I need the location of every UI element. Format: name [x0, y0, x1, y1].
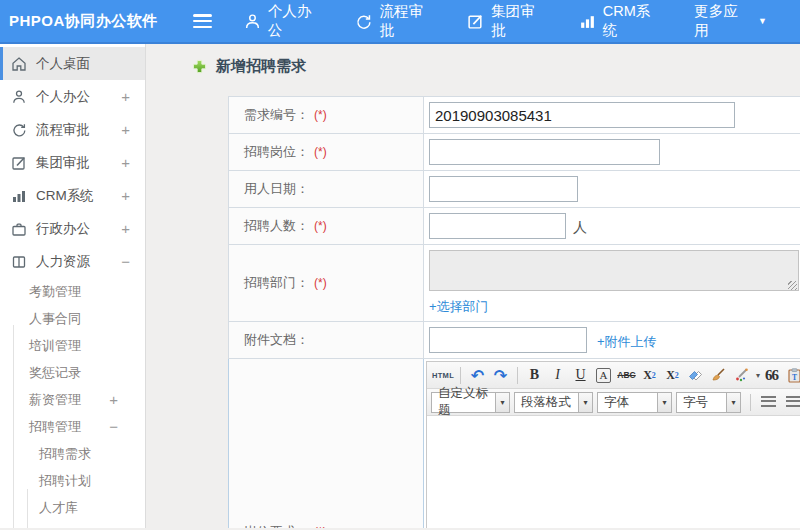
sidebar-item-attendance-mgmt[interactable]: 考勤管理	[0, 278, 145, 305]
nav-label: 更多应用	[694, 2, 749, 40]
sidebar: 个人桌面 个人办公 + 流程审批 + 集团审批 +	[0, 44, 146, 528]
sidebar-item-label: 招聘计划	[39, 472, 91, 490]
required-marker: (*)	[314, 525, 327, 529]
field-label: 招聘人数：	[244, 218, 309, 233]
sidebar-item-workflow-approval[interactable]: 流程审批 +	[0, 113, 145, 146]
align-center-icon[interactable]	[782, 392, 800, 413]
field-value-cell: +附件上传	[424, 322, 800, 359]
edit-icon	[467, 13, 484, 30]
editor-content-area[interactable]	[427, 416, 800, 528]
paste-text-icon[interactable]: T	[784, 365, 800, 386]
superscript-button[interactable]: X2	[639, 365, 660, 386]
toolbar-separator	[750, 394, 751, 411]
recruit-position-input[interactable]	[429, 139, 660, 165]
bold-button[interactable]: B	[524, 365, 545, 386]
book-icon	[11, 254, 27, 270]
field-value-cell: HTML ↶ ↷ B I U A ABC X2 X2	[424, 359, 800, 529]
field-label-cell: 附件文档：	[229, 322, 424, 359]
custom-title-dropdown[interactable]: 自定义标题▾	[431, 392, 510, 413]
blockquote-button[interactable]: 66	[761, 365, 782, 386]
collapse-icon[interactable]: −	[109, 418, 118, 435]
main-content: 新增招聘需求 需求编号：(*) 招聘岗位：(*)	[146, 44, 800, 528]
font-family-dropdown[interactable]: 字体▾	[597, 392, 672, 413]
nav-personal-office[interactable]: 个人办公	[244, 2, 323, 40]
cleanup-brush-icon[interactable]	[708, 365, 729, 386]
eraser-icon[interactable]	[685, 365, 706, 386]
sidebar-item-label: 流程审批	[36, 121, 90, 139]
field-label: 用人日期：	[244, 181, 309, 196]
page-title: 新增招聘需求	[192, 53, 306, 79]
nav-more-apps[interactable]: 更多应用 ▼	[694, 2, 767, 40]
select-department-link[interactable]: +选择部门	[429, 298, 489, 316]
sidebar-item-hr-contract[interactable]: 人事合同	[0, 305, 145, 332]
expand-icon[interactable]: +	[109, 391, 118, 408]
sidebar-item-salary-mgmt[interactable]: 薪资管理 +	[0, 386, 145, 413]
rich-text-editor: HTML ↶ ↷ B I U A ABC X2 X2	[426, 361, 800, 528]
nav-workflow-approval[interactable]: 流程审批	[355, 2, 434, 40]
caret-down-icon[interactable]: ▾	[756, 371, 760, 380]
attachment-upload-link[interactable]: +附件上传	[597, 334, 657, 349]
underline-button[interactable]: U	[570, 365, 591, 386]
expand-icon[interactable]: +	[121, 187, 130, 204]
svg-text:T: T	[792, 372, 797, 381]
sidebar-item-human-resources[interactable]: 人力资源 −	[0, 245, 145, 278]
paragraph-format-dropdown[interactable]: 段落格式▾	[514, 392, 593, 413]
nav-group-approval[interactable]: 集团审批	[467, 2, 546, 40]
resize-handle[interactable]	[788, 281, 797, 290]
expand-icon[interactable]: +	[121, 220, 130, 237]
sidebar-item-personal-office[interactable]: 个人办公 +	[0, 80, 145, 113]
app-logo: PHPOA协同办公软件	[9, 12, 193, 31]
edit-icon	[11, 155, 27, 171]
recruit-department-textarea[interactable]	[429, 250, 799, 291]
home-icon	[11, 56, 27, 72]
caret-down-icon: ▼	[758, 16, 767, 26]
field-value-cell: 人	[424, 208, 800, 245]
field-label-cell: 用人日期：	[229, 171, 424, 208]
border-text-button[interactable]: A	[596, 368, 611, 383]
format-painter-icon[interactable]	[731, 365, 752, 386]
toolbar-separator	[460, 367, 461, 384]
workflow-icon	[11, 122, 27, 138]
expand-icon[interactable]: +	[121, 154, 130, 171]
sidebar-item-reward-records[interactable]: 奖惩记录	[0, 359, 145, 386]
sidebar-item-admin-office[interactable]: 行政办公 +	[0, 212, 145, 245]
nav-crm-system[interactable]: CRM系统	[579, 2, 661, 40]
form-row: 招聘部门：(*) +选择部门	[229, 245, 800, 322]
undo-button[interactable]: ↶	[467, 365, 488, 386]
field-label-cell: 需求编号：(*)	[229, 97, 424, 134]
sidebar-item-personal-desktop[interactable]: 个人桌面	[0, 47, 145, 80]
required-marker: (*)	[314, 145, 327, 159]
expand-icon[interactable]: +	[121, 121, 130, 138]
attachment-input[interactable]	[429, 327, 587, 353]
sidebar-item-training-mgmt[interactable]: 培训管理	[0, 332, 145, 359]
sidebar-item-group-approval[interactable]: 集团审批 +	[0, 146, 145, 179]
sidebar-item-recruit-requirement[interactable]: 招聘需求	[0, 440, 145, 467]
sidebar-item-talent-pool[interactable]: 人才库	[0, 494, 145, 521]
hire-date-input[interactable]	[429, 176, 578, 202]
field-label-cell: 招聘部门：(*)	[229, 245, 424, 322]
subscript-button[interactable]: X2	[662, 365, 683, 386]
strikethrough-button[interactable]: ABC	[616, 365, 637, 386]
sidebar-item-label: 人才库	[39, 499, 78, 517]
sidebar-item-recruit-plan[interactable]: 招聘计划	[0, 467, 145, 494]
sidebar-item-recruit-mgmt[interactable]: 招聘管理 −	[0, 413, 145, 440]
bar-chart-icon	[579, 13, 596, 30]
briefcase-icon	[11, 221, 27, 237]
html-source-button[interactable]: HTML	[432, 365, 454, 386]
sidebar-item-crm-system[interactable]: CRM系统 +	[0, 179, 145, 212]
redo-button[interactable]: ↷	[490, 365, 511, 386]
requirement-number-input[interactable]	[429, 102, 735, 128]
font-size-dropdown[interactable]: 字号▾	[676, 392, 741, 413]
sidebar-item-label: 行政办公	[36, 220, 90, 238]
nav-label: 流程审批	[379, 2, 434, 40]
form-row: 需求编号：(*)	[229, 97, 800, 134]
italic-button[interactable]: I	[547, 365, 568, 386]
sidebar-item-label: 招聘管理	[29, 418, 81, 436]
headcount-input[interactable]	[429, 213, 566, 239]
expand-icon[interactable]: +	[121, 88, 130, 105]
field-label: 岗位要求：	[244, 524, 309, 529]
menu-toggle-icon[interactable]	[193, 14, 211, 28]
align-left-icon[interactable]	[757, 392, 780, 413]
field-label-cell: 招聘岗位：(*)	[229, 134, 424, 171]
collapse-icon[interactable]: −	[121, 253, 130, 270]
